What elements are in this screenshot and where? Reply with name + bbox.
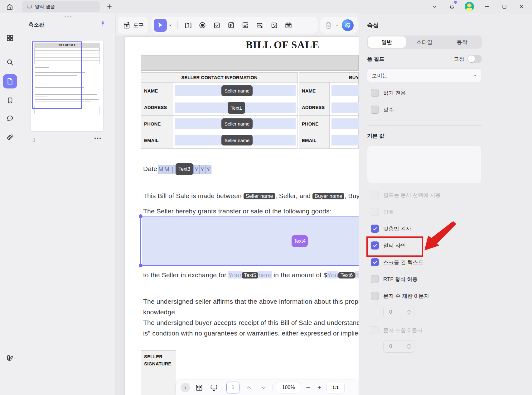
bookmarks-button[interactable] xyxy=(4,94,16,107)
avatar[interactable] xyxy=(465,2,474,11)
readonly-checkbox[interactable] xyxy=(371,89,379,97)
thumbnail-page-number: 1 xyxy=(33,137,35,142)
grid-icon xyxy=(6,34,14,42)
home-button[interactable] xyxy=(4,2,16,12)
spinner-arrows[interactable] xyxy=(407,344,411,349)
multiline-row[interactable]: 멀티 라인 xyxy=(371,241,482,250)
thumbnail-more-button[interactable]: ••• xyxy=(94,135,102,141)
spellcheck-checkbox[interactable] xyxy=(371,225,379,233)
expand-nav-button[interactable] xyxy=(181,383,190,392)
selection-border-top xyxy=(140,216,359,217)
save-tool-icon[interactable] xyxy=(324,21,333,30)
selection-border-bottom xyxy=(140,265,359,266)
save-dropdown-chevron[interactable] xyxy=(335,23,339,27)
tab-style[interactable]: 스타일 xyxy=(406,36,443,48)
push-button-tool-button[interactable]: OK xyxy=(253,18,267,32)
scroll-long-text-checkbox[interactable] xyxy=(371,258,379,266)
date-field-tool-button[interactable] xyxy=(281,18,296,32)
readonly-checkbox-row[interactable]: 읽기 전용 xyxy=(371,88,482,97)
comments-button[interactable] xyxy=(4,112,16,125)
char-limit-spinner[interactable]: 0 xyxy=(383,306,414,318)
checkbox-tool-button[interactable] xyxy=(210,18,224,32)
notifications-button[interactable] xyxy=(447,2,457,11)
pin-panel-button[interactable] xyxy=(99,21,106,27)
document-area: 도구 OK BILL OF SALE SELLER CONTACT INFORM… xyxy=(116,13,359,395)
buyer-address-input[interactable] xyxy=(331,102,359,113)
panel-drag-handle[interactable] xyxy=(65,16,71,17)
zoom-in-button[interactable]: + xyxy=(315,384,323,391)
screen-icon xyxy=(26,4,32,10)
rtf-checkbox[interactable] xyxy=(371,275,379,283)
minimize-button[interactable] xyxy=(482,2,491,11)
dropdown-field-tool-button[interactable] xyxy=(224,18,238,32)
theme-swatch-button[interactable] xyxy=(4,351,16,364)
radio-button-tool-button[interactable] xyxy=(195,18,210,32)
zoom-out-button[interactable]: − xyxy=(304,384,312,391)
buyer-email-input[interactable] xyxy=(331,135,359,145)
thumbnails-panel-button[interactable] xyxy=(3,74,17,88)
buyer-name-input[interactable] xyxy=(331,85,359,96)
attachments-button[interactable] xyxy=(4,131,16,143)
pdf-editor-app: 양식 샘플 축소판 BILL OF SA xyxy=(0,0,532,395)
selection-handle-top-left[interactable] xyxy=(139,214,143,218)
default-value-textarea[interactable] xyxy=(367,146,482,183)
spinner-arrows[interactable] xyxy=(407,309,411,315)
row-label-address: ADDRESS xyxy=(141,99,172,116)
tools-button[interactable]: 도구 xyxy=(118,17,148,34)
paperclip-icon xyxy=(7,134,14,141)
seller-name-inline-tooltip: Seller name xyxy=(244,193,275,199)
field-doc-select-checkbox xyxy=(371,191,379,199)
select-tool-button[interactable] xyxy=(154,19,167,32)
goods-multiline-field[interactable] xyxy=(142,217,359,265)
collapse-toolbar-button[interactable] xyxy=(430,2,439,11)
buyer-phone-input[interactable] xyxy=(331,118,359,129)
zoom-level-input[interactable]: 100% xyxy=(276,382,301,393)
paragraph-7: is" condition with no guarantees or warr… xyxy=(143,330,359,337)
tab-action[interactable]: 동작 xyxy=(443,36,481,48)
presentation-mode-button[interactable] xyxy=(208,382,220,393)
buyer-section-header: BUYER CONTACT INFORMATION xyxy=(299,72,359,82)
next-page-button[interactable] xyxy=(258,382,269,393)
buyer-row-label-address: ADDRESS xyxy=(299,99,330,116)
char-combine-spinner[interactable]: 0 xyxy=(383,340,414,353)
buyer-row-label-phone: PHONE xyxy=(299,115,330,132)
page-number-input[interactable]: 1 xyxy=(226,382,239,393)
char-limit-row[interactable]: 문자 수 제한 0 문자 xyxy=(371,292,482,300)
red-highlight-box xyxy=(366,236,423,257)
checkbox-tool-icon xyxy=(213,21,221,29)
pinned-toggle[interactable] xyxy=(467,55,482,63)
dropdown-field-icon xyxy=(227,21,235,29)
seller-name-tooltip: Seller name xyxy=(221,85,253,96)
char-limit-checkbox[interactable] xyxy=(371,292,379,300)
rtf-row[interactable]: RTF 형식 허용 xyxy=(371,275,482,283)
required-checkbox[interactable] xyxy=(371,106,379,114)
exchange-field-text[interactable]: Your xyxy=(228,271,242,278)
search-button[interactable] xyxy=(4,56,16,69)
select-tool-dropdown[interactable] xyxy=(168,23,172,27)
text-field-tool-button[interactable] xyxy=(181,18,195,32)
previous-page-button[interactable] xyxy=(243,382,254,393)
apps-grid-button[interactable] xyxy=(4,32,16,44)
text-field-icon xyxy=(184,21,192,30)
actual-size-button[interactable]: 1:1 xyxy=(326,382,345,393)
document-tab[interactable]: 양식 샘플 xyxy=(22,1,100,12)
required-checkbox-row[interactable]: 필수 xyxy=(371,105,482,114)
ai-assistant-button[interactable] xyxy=(342,19,354,31)
visibility-select[interactable]: 보이는 xyxy=(367,69,482,82)
new-tab-button[interactable] xyxy=(105,2,114,11)
page-thumbnail[interactable]: BILL OF SALE xyxy=(31,40,103,131)
close-button[interactable] xyxy=(517,2,526,11)
list-box-tool-button[interactable] xyxy=(238,18,253,32)
reading-mode-button[interactable] xyxy=(193,382,205,393)
form-field-label: 폼 필드 xyxy=(367,55,384,63)
selection-handle-bottom-left[interactable] xyxy=(139,264,143,267)
amount-field-text[interactable]: You xyxy=(327,271,338,278)
phone-tooltip: Seller name xyxy=(221,118,253,129)
scroll-long-text-row[interactable]: 스크롤 긴 텍스트 xyxy=(371,258,482,267)
pin-icon xyxy=(99,21,106,27)
image-field-tool-button[interactable] xyxy=(267,18,281,32)
buyer-row-label-email: EMAIL xyxy=(299,132,330,149)
maximize-button[interactable] xyxy=(500,2,509,11)
text6-tooltip: Text6 xyxy=(338,272,355,278)
tab-general[interactable]: 일반 xyxy=(368,36,406,48)
